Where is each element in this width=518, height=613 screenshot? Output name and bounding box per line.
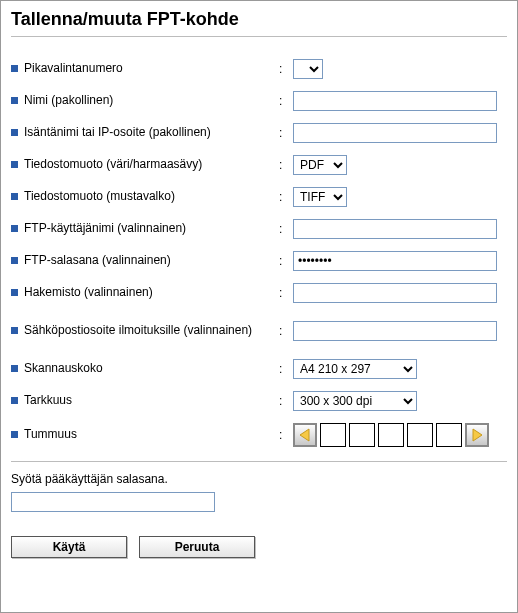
colon: :: [279, 126, 293, 140]
colon: :: [279, 158, 293, 172]
svg-marker-0: [300, 429, 309, 441]
colon: :: [279, 362, 293, 376]
form-area: Pikavalintanumero : Nimi (pakollinen) :: [11, 43, 507, 447]
darkness-decrease-button[interactable]: [293, 423, 317, 447]
file-format-color-select[interactable]: PDF: [293, 155, 347, 175]
bullet-icon: [11, 257, 18, 264]
apply-button[interactable]: Käytä: [11, 536, 127, 558]
bullet-icon: [11, 97, 18, 104]
bullet-icon: [11, 193, 18, 200]
resolution-select[interactable]: 300 x 300 dpi: [293, 391, 417, 411]
label-fmt-color: Tiedostomuoto (väri/harmaasävy): [24, 157, 202, 173]
label-shortcut: Pikavalintanumero: [24, 61, 123, 77]
cancel-button[interactable]: Peruuta: [139, 536, 255, 558]
colon: :: [279, 286, 293, 300]
label-resolution: Tarkkuus: [24, 393, 72, 409]
bullet-icon: [11, 225, 18, 232]
label-ftp-user: FTP-käyttäjänimi (valinnainen): [24, 221, 186, 237]
colon: :: [279, 94, 293, 108]
page-title: Tallenna/muuta FPT-kohde: [11, 9, 507, 37]
triangle-left-icon: [299, 428, 311, 442]
darkness-level-box: [378, 423, 404, 447]
label-scan-size: Skannauskoko: [24, 361, 103, 377]
colon: :: [279, 324, 293, 338]
darkness-increase-button[interactable]: [465, 423, 489, 447]
bullet-icon: [11, 161, 18, 168]
colon: :: [279, 62, 293, 76]
darkness-level-box: [436, 423, 462, 447]
file-format-bw-select[interactable]: TIFF: [293, 187, 347, 207]
host-input[interactable]: [293, 123, 497, 143]
triangle-right-icon: [471, 428, 483, 442]
darkness-level-box: [349, 423, 375, 447]
darkness-level-box: [407, 423, 433, 447]
label-dir: Hakemisto (valinnainen): [24, 285, 153, 301]
divider: [11, 461, 507, 462]
colon: :: [279, 254, 293, 268]
admin-password-input[interactable]: [11, 492, 215, 512]
label-darkness: Tummuus: [24, 427, 77, 443]
colon: :: [279, 394, 293, 408]
bullet-icon: [11, 397, 18, 404]
admin-password-label: Syötä pääkäyttäjän salasana.: [11, 472, 507, 486]
darkness-level-box: [320, 423, 346, 447]
bullet-icon: [11, 129, 18, 136]
colon: :: [279, 428, 293, 442]
label-host: Isäntänimi tai IP-osoite (pakollinen): [24, 125, 211, 141]
bullet-icon: [11, 289, 18, 296]
shortcut-select[interactable]: [293, 59, 323, 79]
label-fmt-bw: Tiedostomuoto (mustavalko): [24, 189, 175, 205]
scan-size-select[interactable]: A4 210 x 297: [293, 359, 417, 379]
bullet-icon: [11, 365, 18, 372]
bullet-icon: [11, 431, 18, 438]
label-email: Sähköpostiosoite ilmoituksille (valinnai…: [24, 323, 252, 339]
directory-input[interactable]: [293, 283, 497, 303]
label-name: Nimi (pakollinen): [24, 93, 113, 109]
bullet-icon: [11, 65, 18, 72]
colon: :: [279, 222, 293, 236]
name-input[interactable]: [293, 91, 497, 111]
email-input[interactable]: [293, 321, 497, 341]
bullet-icon: [11, 327, 18, 334]
svg-marker-1: [473, 429, 482, 441]
ftp-password-input[interactable]: [293, 251, 497, 271]
darkness-control: [293, 423, 507, 447]
colon: :: [279, 190, 293, 204]
label-ftp-pass: FTP-salasana (valinnainen): [24, 253, 171, 269]
ftp-user-input[interactable]: [293, 219, 497, 239]
